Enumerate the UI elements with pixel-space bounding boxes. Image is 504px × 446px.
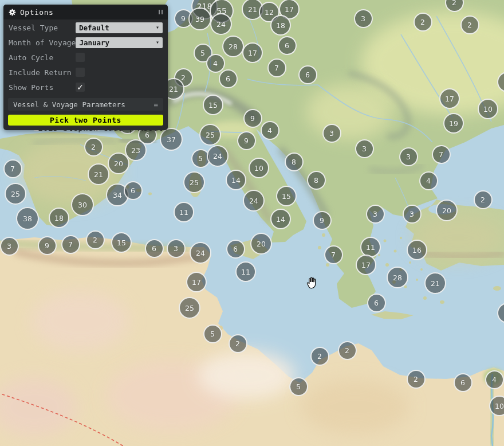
- cluster-marker[interactable]: 11: [235, 261, 256, 282]
- cluster-marker[interactable]: 20: [250, 233, 272, 255]
- field-include-return: Include Return: [3, 65, 168, 79]
- cluster-marker[interactable]: 2: [86, 230, 105, 249]
- pick-two-points-button[interactable]: Pick two Points: [8, 115, 163, 126]
- cluster-marker[interactable]: 20: [436, 199, 458, 221]
- cluster-marker[interactable]: 4: [261, 121, 279, 140]
- cluster-marker[interactable]: 25: [5, 183, 26, 205]
- cluster-marker[interactable]: 17: [186, 272, 207, 292]
- cluster-marker[interactable]: 3: [322, 124, 341, 143]
- cluster-marker[interactable]: 21: [88, 163, 109, 185]
- cluster-marker[interactable]: 24: [207, 145, 229, 167]
- cluster-marker[interactable]: 25: [199, 124, 221, 146]
- cluster-marker[interactable]: 21: [424, 272, 446, 294]
- cluster-marker[interactable]: 2: [445, 0, 464, 12]
- cluster-marker[interactable]: 6: [226, 240, 245, 259]
- cluster-marker[interactable]: 30: [71, 193, 94, 216]
- cluster-marker[interactable]: 25: [183, 171, 205, 193]
- cluster-marker[interactable]: 9: [38, 236, 57, 255]
- cluster-marker[interactable]: 5: [203, 324, 222, 343]
- cluster-marker[interactable]: 8: [285, 152, 304, 171]
- cluster-marker[interactable]: 7: [432, 145, 451, 164]
- cluster-marker[interactable]: 18: [270, 15, 291, 36]
- cluster-marker[interactable]: 14: [270, 209, 291, 229]
- cluster-marker[interactable]: 37: [160, 128, 183, 151]
- cluster-marker[interactable]: 14: [226, 170, 246, 190]
- cluster-marker[interactable]: 2: [84, 138, 103, 157]
- check-icon: ✓: [77, 83, 84, 92]
- include-return-checkbox[interactable]: [76, 68, 85, 77]
- vessel-type-select[interactable]: Default ▾: [76, 22, 163, 33]
- cluster-marker[interactable]: 6: [145, 239, 164, 258]
- cluster-marker[interactable]: 15: [111, 232, 132, 253]
- panel-header[interactable]: Options: [3, 5, 168, 19]
- cluster-marker[interactable]: 5: [289, 377, 308, 396]
- vessel-parameters-section[interactable]: Vessel & Voyage Parameters =: [8, 98, 163, 111]
- cluster-marker[interactable]: 15: [203, 95, 223, 115]
- cluster-marker[interactable]: 18: [49, 208, 69, 228]
- cluster-marker[interactable]: 17: [356, 255, 376, 275]
- cluster-marker[interactable]: 7: [3, 159, 22, 178]
- cluster-marker[interactable]: 9: [237, 131, 256, 150]
- cluster-marker[interactable]: 11: [174, 202, 194, 222]
- cluster-marker[interactable]: [497, 303, 504, 323]
- month-select[interactable]: January ▾: [76, 37, 163, 48]
- month-value: January: [79, 38, 109, 47]
- cluster-marker[interactable]: 2: [338, 341, 357, 360]
- cluster-marker[interactable]: 10: [478, 99, 498, 119]
- cluster-marker[interactable]: 6: [278, 36, 297, 55]
- cluster-marker[interactable]: 7: [324, 245, 343, 264]
- cluster-marker[interactable]: 2: [474, 190, 493, 209]
- cluster-marker[interactable]: 24: [190, 242, 211, 264]
- cluster-marker[interactable]: 9: [243, 109, 262, 128]
- cluster-marker[interactable]: 28: [222, 36, 244, 57]
- cluster-marker[interactable]: 4: [419, 171, 438, 190]
- chevron-down-icon: ▾: [156, 40, 159, 45]
- cluster-marker[interactable]: 20: [108, 152, 129, 174]
- cluster-marker[interactable]: 4: [485, 370, 504, 389]
- field-month: Month of Voyage January ▾: [3, 36, 168, 49]
- cluster-marker[interactable]: 3: [0, 237, 19, 256]
- cluster-marker[interactable]: 3: [354, 9, 373, 28]
- cluster-marker[interactable]: 6: [298, 65, 317, 84]
- cluster-marker[interactable]: 15: [276, 186, 297, 206]
- show-ports-label: Show Ports: [9, 83, 76, 92]
- show-ports-checkbox[interactable]: ✓: [76, 83, 85, 92]
- cluster-marker[interactable]: 10: [489, 396, 504, 416]
- cluster-marker[interactable]: 3: [366, 205, 385, 224]
- cluster-marker[interactable]: 25: [179, 297, 200, 319]
- cluster-marker[interactable]: 6: [367, 294, 386, 312]
- cluster-marker[interactable]: 16: [407, 240, 427, 260]
- cluster-marker[interactable]: 2: [414, 13, 432, 32]
- cluster-marker[interactable]: 39: [188, 7, 211, 30]
- cluster-marker[interactable]: 3: [167, 239, 186, 258]
- auto-cycle-checkbox[interactable]: [76, 53, 85, 62]
- cluster-marker[interactable]: 8: [307, 171, 326, 190]
- cluster-marker[interactable]: 17: [242, 42, 263, 63]
- cluster-marker[interactable]: 3: [403, 205, 422, 224]
- cluster-marker[interactable]: 19: [443, 113, 464, 134]
- cluster-marker[interactable]: 24: [243, 190, 265, 212]
- cluster-marker[interactable]: 4: [206, 54, 225, 73]
- vessel-type-value: Default: [79, 24, 109, 32]
- cluster-marker[interactable]: 3: [399, 147, 418, 166]
- cluster-marker[interactable]: 9: [313, 211, 332, 230]
- cluster-marker[interactable]: 2: [460, 15, 479, 34]
- gear-icon: [9, 9, 16, 16]
- cluster-marker[interactable]: 6: [124, 181, 143, 200]
- cluster-marker[interactable]: 38: [16, 207, 39, 230]
- cluster-marker[interactable]: 2: [229, 334, 247, 353]
- cluster-marker[interactable]: 2: [310, 347, 329, 366]
- cluster-marker[interactable]: 6: [454, 373, 472, 392]
- panel-collapse-icon[interactable]: [159, 10, 163, 14]
- cluster-marker[interactable]: 2: [407, 370, 426, 389]
- cluster-marker[interactable]: 24: [210, 13, 232, 35]
- cluster-marker[interactable]: 7: [267, 58, 286, 77]
- cluster-marker[interactable]: 10: [249, 158, 269, 178]
- cluster-marker[interactable]: [497, 72, 504, 92]
- field-auto-cycle: Auto Cycle: [3, 50, 168, 64]
- cluster-marker[interactable]: 17: [439, 88, 460, 109]
- cluster-marker[interactable]: 7: [61, 235, 80, 254]
- cluster-marker[interactable]: 3: [355, 139, 374, 158]
- cluster-marker[interactable]: 28: [387, 267, 408, 288]
- cluster-marker[interactable]: 6: [219, 69, 238, 88]
